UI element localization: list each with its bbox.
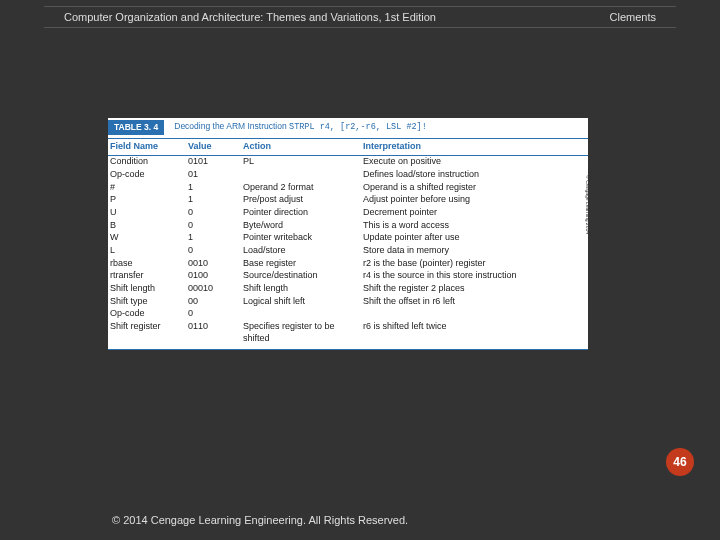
cell-c3: PL — [243, 156, 363, 168]
table-row: P1Pre/post adjustAdjust pointer before u… — [108, 194, 588, 207]
table-caption-text: Decoding the ARM Instruction STRPL r4, [… — [174, 118, 427, 136]
cell-c4: Update pointer after use — [363, 232, 588, 244]
cell-c3: Shift length — [243, 283, 363, 295]
slide-header: Computer Organization and Architecture: … — [44, 6, 676, 28]
cell-c2: 00 — [188, 296, 243, 308]
table-row: Condition0101PLExecute on positive — [108, 156, 588, 169]
cell-c4: Adjust pointer before using — [363, 194, 588, 206]
cell-c1: # — [108, 182, 188, 194]
cell-c3: Logical shift left — [243, 296, 363, 308]
cell-c3 — [243, 169, 363, 181]
cell-c3: Specifies register to be shifted — [243, 321, 363, 344]
cell-c3: Pointer writeback — [243, 232, 363, 244]
title-pre: Computer Organization and Architecture: … — [64, 11, 391, 23]
cell-c4: r2 is the base (pointer) register — [363, 258, 588, 270]
author-name: Clements — [610, 11, 656, 23]
table-row: Op-code01Defines load/store instruction — [108, 168, 588, 181]
table-row: Shift type00Logical shift leftShift the … — [108, 295, 588, 308]
cell-c1: Op-code — [108, 308, 188, 320]
cell-c3: Operand 2 format — [243, 182, 363, 194]
col-header-interp: Interpretation — [363, 141, 588, 153]
col-header-action: Action — [243, 141, 363, 153]
cell-c2: 01 — [188, 169, 243, 181]
cell-c1: P — [108, 194, 188, 206]
cell-c4: Store data in memory — [363, 245, 588, 257]
table-card: TABLE 3. 4 Decoding the ARM Instruction … — [108, 118, 588, 350]
cell-c2: 0 — [188, 245, 243, 257]
table-row: L0Load/storeStore data in memory — [108, 245, 588, 258]
cell-c2: 0100 — [188, 270, 243, 282]
table-row: B0Byte/wordThis is a word access — [108, 219, 588, 232]
table-row: Shift register0110Specifies register to … — [108, 321, 588, 345]
table-row: W1Pointer writebackUpdate pointer after … — [108, 232, 588, 245]
table-bottom-rule — [108, 349, 588, 350]
cell-c3: Source/destination — [243, 270, 363, 282]
cell-c1: U — [108, 207, 188, 219]
table-row: rbase0010Base registerr2 is the base (po… — [108, 257, 588, 270]
cell-c1: Shift length — [108, 283, 188, 295]
cell-c4: Shift the register 2 places — [363, 283, 588, 295]
table-body: Condition0101PLExecute on positiveOp-cod… — [108, 156, 588, 345]
cell-c3: Base register — [243, 258, 363, 270]
page-number-badge: 46 — [666, 448, 694, 476]
cell-c1: Shift type — [108, 296, 188, 308]
cell-c1: L — [108, 245, 188, 257]
cell-c4: Execute on positive — [363, 156, 588, 168]
cell-c2: 1 — [188, 232, 243, 244]
col-header-field: Field Name — [108, 141, 188, 153]
table-row: Shift length00010Shift lengthShift the r… — [108, 283, 588, 296]
cell-c2: 0 — [188, 207, 243, 219]
cell-c3: Load/store — [243, 245, 363, 257]
cell-c2: 0101 — [188, 156, 243, 168]
cell-c1: B — [108, 220, 188, 232]
caption-code: STRPL r4, [r2,-r6, LSL #2]! — [289, 122, 427, 132]
book-title: Computer Organization and Architecture: … — [64, 11, 436, 23]
cell-c4 — [363, 308, 588, 320]
col-header-value: Value — [188, 141, 243, 153]
caption-lead: Decoding the ARM Instruction — [174, 121, 289, 131]
cell-c1: Shift register — [108, 321, 188, 344]
cell-c1: rtransfer — [108, 270, 188, 282]
table-header-row: Field Name Value Action Interpretation — [108, 138, 588, 156]
cell-c3: Pointer direction — [243, 207, 363, 219]
side-credit: © Cengage Learning 2014 — [585, 175, 592, 234]
cell-c4: r6 is shifted left twice — [363, 321, 588, 344]
cell-c1: rbase — [108, 258, 188, 270]
table-number-tag: TABLE 3. 4 — [108, 120, 164, 135]
cell-c1: Op-code — [108, 169, 188, 181]
cell-c2: 0110 — [188, 321, 243, 344]
title-sup: st — [391, 11, 400, 23]
cell-c3: Pre/post adjust — [243, 194, 363, 206]
cell-c3: Byte/word — [243, 220, 363, 232]
footer-copyright: © 2014 Cengage Learning Engineering. All… — [112, 514, 408, 526]
table-caption: TABLE 3. 4 Decoding the ARM Instruction … — [108, 118, 588, 136]
cell-c1: Condition — [108, 156, 188, 168]
cell-c4: This is a word access — [363, 220, 588, 232]
table-row: Op-code0 — [108, 308, 588, 321]
cell-c2: 0 — [188, 220, 243, 232]
title-post: Edition — [399, 11, 436, 23]
cell-c2: 0010 — [188, 258, 243, 270]
table-row: U0Pointer directionDecrement pointer — [108, 206, 588, 219]
cell-c4: Operand is a shifted register — [363, 182, 588, 194]
table-row: #1Operand 2 formatOperand is a shifted r… — [108, 181, 588, 194]
cell-c4: Shift the offset in r6 left — [363, 296, 588, 308]
cell-c3 — [243, 308, 363, 320]
cell-c2: 1 — [188, 194, 243, 206]
cell-c2: 00010 — [188, 283, 243, 295]
cell-c4: r4 is the source in this store instructi… — [363, 270, 588, 282]
cell-c2: 0 — [188, 308, 243, 320]
cell-c2: 1 — [188, 182, 243, 194]
cell-c1: W — [108, 232, 188, 244]
table-row: rtransfer0100Source/destinationr4 is the… — [108, 270, 588, 283]
cell-c4: Decrement pointer — [363, 207, 588, 219]
cell-c4: Defines load/store instruction — [363, 169, 588, 181]
